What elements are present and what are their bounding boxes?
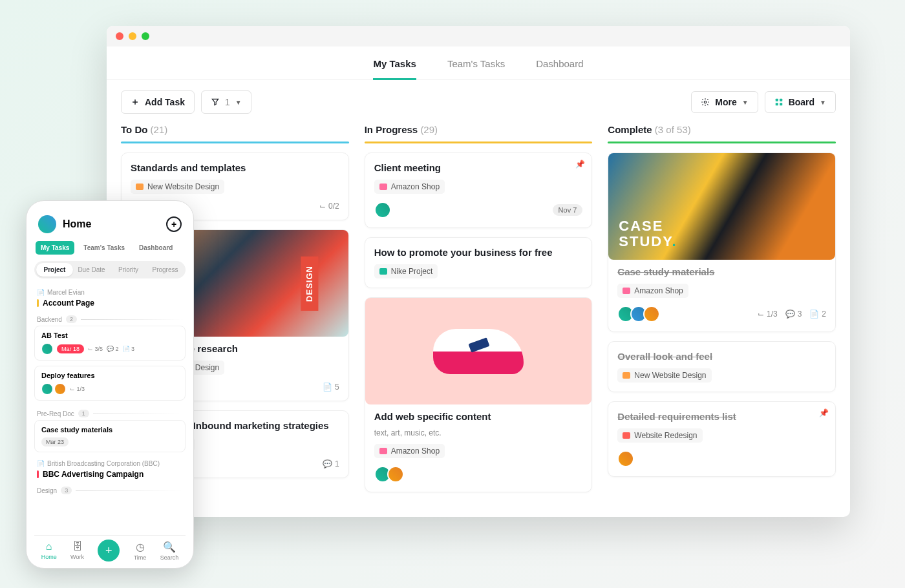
column-title: To Do — [121, 124, 147, 135]
task-card[interactable]: 📌 Detailed requirements list Website Red… — [608, 401, 836, 477]
column-inprogress: In Progress (29) 📌 Client meeting Amazon… — [365, 124, 593, 505]
subsection[interactable]: Pre-Req Doc1 — [37, 410, 183, 417]
subsection[interactable]: Backend2 — [37, 315, 183, 323]
window-chrome — [107, 26, 850, 47]
project-tag[interactable]: Amazon Shop — [617, 284, 688, 298]
folder-icon — [136, 184, 144, 190]
column-complete: Complete (3 of 53) CASESTUDY. Case study… — [608, 124, 836, 505]
card-title: Overall look and feel — [617, 351, 826, 362]
project-tag[interactable]: New Website Design — [617, 368, 711, 383]
svg-point-5 — [705, 101, 707, 103]
seg-due-date[interactable]: Due Date — [73, 263, 110, 277]
tab-my-tasks[interactable]: My Tasks — [373, 58, 416, 79]
task-card[interactable]: Deploy features ⌙ 1/3 — [34, 366, 186, 401]
segment-control: Project Due Date Priority Progress — [34, 261, 186, 278]
task-card[interactable]: Case study materials Mar 23 — [34, 420, 186, 452]
seg-progress[interactable]: Progress — [147, 263, 184, 277]
card-title: Case study materials — [617, 266, 826, 277]
view-button[interactable]: Board ▼ — [765, 91, 836, 113]
subsection[interactable]: Design3 — [37, 487, 183, 494]
project-section[interactable]: Account Page — [37, 299, 183, 308]
gear-icon — [701, 98, 710, 107]
search-icon: 🔍 — [163, 541, 176, 553]
minimize-dot[interactable] — [129, 32, 136, 40]
tab-team-tasks[interactable]: Team's Tasks — [447, 58, 505, 79]
column-divider — [608, 142, 836, 143]
user-avatar[interactable] — [38, 215, 56, 233]
card-title: AB Test — [41, 331, 178, 339]
column-header: To Do (21) — [121, 124, 349, 142]
seg-project[interactable]: Project — [36, 263, 73, 277]
filter-button[interactable]: 1 ▼ — [201, 90, 251, 114]
add-button[interactable]: + — [166, 216, 182, 232]
nav-time[interactable]: ◷Time — [134, 541, 147, 562]
comments-meta: 💬 2 — [107, 346, 119, 352]
page-title: Home — [63, 218, 91, 230]
column-count: (29) — [420, 124, 438, 135]
task-card[interactable]: Add web specific content text, art, musi… — [365, 297, 593, 492]
task-card[interactable]: CASESTUDY. Case study materials Amazon S… — [608, 152, 836, 332]
more-label: More — [715, 97, 736, 107]
nav-search[interactable]: 🔍Search — [160, 541, 179, 562]
seg-priority[interactable]: Priority — [110, 263, 147, 277]
comments-meta: 💬 3 — [785, 310, 802, 319]
tab-dashboard[interactable]: Dashboard — [536, 58, 583, 79]
card-title: Detailed requirements list — [617, 411, 826, 422]
column-divider — [121, 142, 349, 143]
nav-add[interactable]: + — [98, 540, 120, 562]
top-tabs: My Tasks Team's Tasks Dashboard — [107, 47, 850, 80]
count-badge: 2 — [66, 315, 77, 323]
svg-rect-6 — [775, 99, 778, 101]
card-title: Add web specific content — [374, 411, 583, 422]
filter-icon — [211, 98, 220, 107]
task-card[interactable]: Overall look and feel New Website Design — [608, 341, 836, 392]
color-bar — [37, 299, 39, 307]
avatar[interactable] — [54, 383, 66, 395]
project-tag[interactable]: Nike Project — [374, 264, 438, 278]
avatar[interactable] — [41, 343, 53, 355]
avatar[interactable] — [643, 306, 660, 322]
task-card[interactable]: 📌 Client meeting Amazon Shop Nov 7 — [365, 152, 593, 228]
files-meta: 📄 3 — [123, 346, 135, 352]
project-tag[interactable]: Amazon Shop — [374, 180, 445, 194]
more-button[interactable]: More ▼ — [691, 91, 758, 113]
close-dot[interactable] — [116, 32, 123, 40]
nav-work[interactable]: 🗄Work — [70, 541, 84, 562]
project-section[interactable]: BBC Advertising Campaign — [37, 470, 183, 479]
avatar[interactable] — [41, 383, 53, 395]
column-title: In Progress — [365, 124, 418, 135]
task-card[interactable]: AB Test Mar 18 ⌙ 3/5 💬 2 📄 3 — [34, 326, 186, 361]
column-title: Complete — [608, 124, 652, 135]
card-title: Deploy features — [41, 372, 178, 379]
due-date: Mar 18 — [57, 344, 84, 353]
card-title: How to promote your business for free — [374, 247, 583, 258]
folder-icon — [623, 372, 630, 379]
comments-meta: 💬 1 — [323, 459, 339, 468]
pin-icon: 📌 — [575, 160, 585, 169]
maximize-dot[interactable] — [142, 32, 149, 40]
tab-my-tasks[interactable]: My Tasks — [36, 241, 74, 255]
due-date: Mar 23 — [41, 437, 69, 446]
avatar[interactable] — [387, 466, 404, 483]
assignees — [374, 202, 391, 218]
tab-team-tasks[interactable]: Team's Tasks — [78, 241, 130, 255]
card-image — [365, 298, 592, 404]
project-tag[interactable]: New Website Design — [131, 180, 224, 194]
caret-down-icon: ▼ — [742, 99, 749, 106]
task-card[interactable]: How to promote your business for free Ni… — [365, 237, 593, 288]
count-badge: 3 — [61, 487, 72, 494]
column-divider — [365, 142, 593, 143]
view-label: Board — [789, 97, 814, 107]
project-owner: 📄 British Broadcasting Corporation (BBC) — [37, 460, 183, 467]
color-bar — [37, 470, 39, 478]
mobile-header: Home + — [34, 211, 186, 241]
tab-dashboard[interactable]: Dashboard — [134, 241, 178, 255]
board-icon — [774, 98, 783, 107]
nav-home[interactable]: ⌂Home — [41, 541, 57, 562]
add-task-button[interactable]: ＋ Add Task — [121, 90, 195, 114]
avatar[interactable] — [374, 202, 391, 218]
folder-icon — [379, 448, 387, 454]
avatar[interactable] — [617, 450, 634, 467]
project-tag[interactable]: Amazon Shop — [374, 444, 445, 458]
project-tag[interactable]: Website Redesign — [617, 428, 702, 443]
